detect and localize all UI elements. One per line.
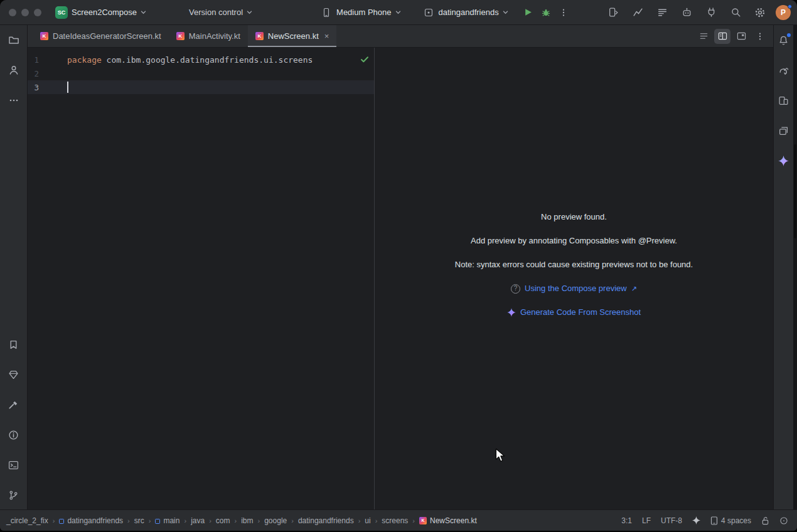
android-studio-window: SC Screen2Compose Version control Medium… [0,0,797,531]
line-number[interactable]: 2 [28,69,67,78]
meatballs-menu-icon [9,95,19,105]
people-icon [8,65,19,76]
run-configuration-selector[interactable]: datingandfriends [417,4,513,21]
search-everywhere-button[interactable] [727,4,744,21]
traffic-lights [9,9,41,16]
breadcrumb-item[interactable]: ibm [241,516,253,525]
notifications-button[interactable] [775,31,793,49]
project-badge: SC [55,6,68,19]
breadcrumb-item[interactable]: google [264,516,287,525]
status-indicator-widget[interactable] [779,516,788,525]
encoding-widget[interactable]: UTF-8 [661,516,682,525]
add-preview-hint: Add preview by annotating Composables wi… [375,236,773,246]
code-view-icon [699,31,709,41]
tab-newscreen[interactable]: K NewScreen.kt × [248,25,337,47]
zoom-window-button[interactable] [34,9,41,16]
editor-view-toggles [695,25,773,47]
chevron-down-icon [141,9,146,15]
breadcrumb-item[interactable]: main [155,516,179,525]
app-quality-insights-button[interactable] [5,366,23,383]
running-devices-button[interactable] [775,122,793,139]
device-selector[interactable]: Medium Phone [315,4,405,21]
compose-preview-doc-link[interactable]: Using the Compose preview [525,284,627,294]
gem-diamond-icon [8,370,19,380]
breadcrumb-separator: › [209,517,211,524]
caret-position-widget[interactable]: 3:1 [621,516,632,525]
scrollbar-thumb[interactable] [794,144,796,238]
problems-tool-window-button[interactable] [5,426,23,444]
tab-label: DateIdeasGeneratorScreen.kt [53,31,161,41]
indent-widget[interactable]: 4 spaces [710,516,751,525]
debug-button[interactable] [537,4,555,21]
folder-icon [8,35,19,46]
view-design-button[interactable] [733,29,749,44]
bookmarks-tool-window-button[interactable] [5,336,23,353]
breadcrumb-item[interactable]: datingandfriends [59,516,123,525]
close-tab-icon[interactable]: × [324,32,329,40]
breadcrumb-item[interactable]: src [134,516,144,525]
breadcrumb-item[interactable]: screens [382,516,408,525]
right-scrollbar-track[interactable] [793,25,797,509]
breadcrumb-separator: › [412,517,415,524]
project-tool-window-button[interactable] [5,31,23,49]
breadcrumb-item[interactable]: ui [365,516,370,525]
version-control-tool-window-button[interactable] [5,486,23,504]
gemini-tool-window-button[interactable] [775,152,793,169]
device-mirror-button[interactable] [604,4,622,21]
breadcrumb-item[interactable]: com [216,516,230,525]
more-tool-windows-button[interactable] [5,92,23,109]
readonly-toggle-widget[interactable] [761,516,769,525]
device-manager-button[interactable] [775,92,793,109]
compose-preview-panel: No preview found. Add preview by annotat… [374,48,773,509]
code-line-3-current: 3 [28,80,374,94]
split-view-icon [718,31,727,41]
breadcrumb-item[interactable]: java [191,516,205,525]
settings-button[interactable] [751,4,769,21]
close-window-button[interactable] [9,9,16,16]
view-code-button[interactable] [695,29,712,44]
breadcrumb-separator: › [258,517,260,524]
view-split-button[interactable] [714,29,730,44]
code-line-1: 1 package com.ibm.google.datingandfriend… [28,53,374,66]
breadcrumb-item[interactable]: _circle_2_fix [6,516,48,525]
version-control-widget[interactable]: Version control [184,5,257,19]
tab-options-button[interactable] [752,29,768,44]
run-config-label: datingandfriends [439,8,499,17]
syntax-errors-note: Note: syntax errors could cause existing… [375,260,773,270]
generate-code-row: Generate Code From Screenshot [375,307,773,317]
breadcrumb-item[interactable]: datingandfriends [298,516,354,525]
inspections-ok-widget[interactable] [360,55,369,63]
collaboration-tool-window-button[interactable] [5,61,23,79]
gemini-status-widget[interactable] [692,516,700,524]
minimize-window-button[interactable] [21,9,29,16]
user-avatar[interactable]: P [776,5,791,20]
tab-mainactivity[interactable]: K MainActivity.kt [169,25,248,47]
kotlin-file-icon: K [40,32,48,40]
kotlin-file-icon: K [176,32,185,40]
titlebar-right-actions: P [604,4,791,21]
tab-dateideasgeneratorscreen[interactable]: K DateIdeasGeneratorScreen.kt [33,25,169,47]
studio-bot-button[interactable] [678,4,695,21]
logcat-button[interactable] [653,4,671,21]
build-tool-window-button[interactable] [5,396,23,413]
line-separator-widget[interactable]: LF [642,516,651,525]
no-preview-message: No preview found. [375,212,773,222]
generate-code-from-screenshot-link[interactable]: Generate Code From Screenshot [520,307,641,317]
gradle-tool-window-button[interactable] [775,61,793,79]
breadcrumb-separator: › [184,517,186,524]
breadcrumb-item-current-file[interactable]: KNewScreen.kt [419,516,477,525]
breadcrumb-separator: › [358,517,361,524]
terminal-tool-window-button[interactable] [5,456,23,474]
code-editor[interactable]: 1 package com.ibm.google.datingandfriend… [28,48,374,509]
profiler-button[interactable] [629,4,646,21]
device-connect-icon [706,7,717,18]
more-run-actions-button[interactable] [555,4,572,21]
line-number[interactable]: 1 [28,55,67,65]
run-button[interactable] [520,4,537,21]
project-selector[interactable]: SC Screen2Compose [50,4,151,21]
breadcrumb: _circle_2_fix › datingandfriends › src ›… [6,516,477,525]
project-name: Screen2Compose [72,8,137,17]
editor-tabbar: K DateIdeasGeneratorScreen.kt K MainActi… [28,25,773,48]
device-connect-button[interactable] [702,4,720,21]
line-number[interactable]: 3 [28,83,67,92]
